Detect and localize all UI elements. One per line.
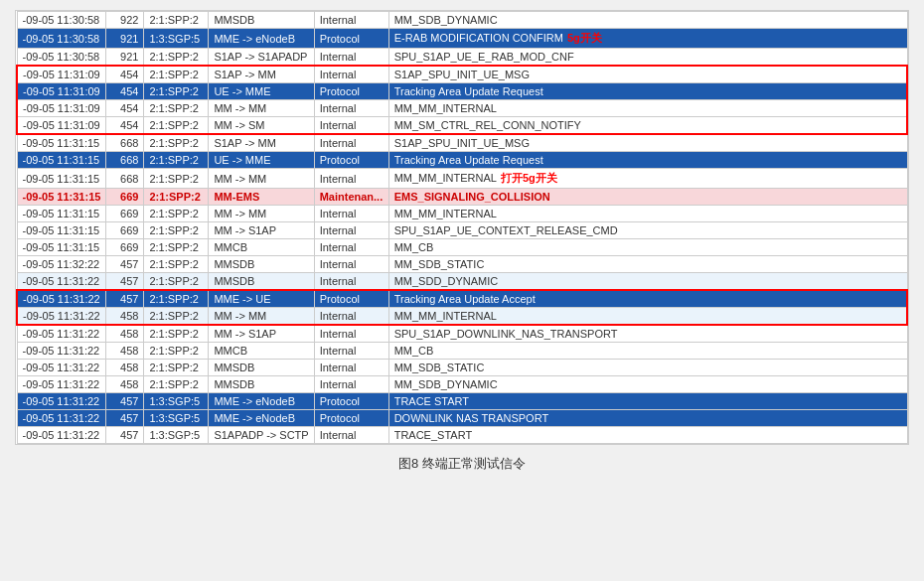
table-row[interactable]: -09-05 11:31:224582:1:SPP:2MMCBInternalM… xyxy=(17,343,907,360)
table-row[interactable]: -09-05 11:31:094542:1:SPP:2MM -> SMInter… xyxy=(17,117,907,135)
table-row[interactable]: -09-05 11:31:156682:1:SPP:2S1AP -> MMInt… xyxy=(17,134,907,152)
table-row[interactable]: -09-05 11:31:156692:1:SPP:2MM -> S1APInt… xyxy=(17,222,907,239)
table-row[interactable]: -09-05 11:30:589222:1:SPP:2MMSDBInternal… xyxy=(17,12,907,29)
table-row[interactable]: -09-05 11:32:224572:1:SPP:2MMSDBInternal… xyxy=(17,256,907,273)
table-row[interactable]: -09-05 11:31:224572:1:SPP:2MMSDBInternal… xyxy=(17,273,907,291)
figure-caption: 图8 终端正常测试信令 xyxy=(398,455,526,473)
table-row[interactable]: -09-05 11:31:156692:1:SPP:2MM -> MMInter… xyxy=(17,206,907,222)
table-row[interactable]: -09-05 11:31:094542:1:SPP:2S1AP -> MMInt… xyxy=(17,66,907,83)
table-row[interactable]: -09-05 11:31:156682:1:SPP:2UE -> MMEProt… xyxy=(17,152,907,169)
table-row[interactable]: -09-05 11:31:224582:1:SPP:2MMSDBInternal… xyxy=(17,376,907,393)
table-row[interactable]: -09-05 11:31:094542:1:SPP:2UE -> MMEProt… xyxy=(17,83,907,100)
table-row[interactable]: -09-05 11:31:224582:1:SPP:2MMSDBInternal… xyxy=(17,360,907,376)
table-row[interactable]: -09-05 11:31:224571:3:SGP:5MME -> eNodeB… xyxy=(17,410,907,427)
table-row[interactable]: -09-05 11:31:224571:3:SGP:5S1APADP -> SC… xyxy=(17,427,907,444)
signal-table: -09-05 11:30:589222:1:SPP:2MMSDBInternal… xyxy=(15,10,909,445)
table-row[interactable]: -09-05 11:30:589211:3:SGP:5MME -> eNodeB… xyxy=(17,29,907,49)
table-row[interactable]: -09-05 11:31:224571:3:SGP:5MME -> eNodeB… xyxy=(17,393,907,410)
table-row[interactable]: -09-05 11:30:589212:1:SPP:2S1AP -> S1APA… xyxy=(17,49,907,67)
table-row[interactable]: -09-05 11:31:156682:1:SPP:2MM -> MMInter… xyxy=(17,169,907,189)
table-row[interactable]: -09-05 11:31:224582:1:SPP:2MM -> MMInter… xyxy=(17,308,907,326)
table-row[interactable]: -09-05 11:31:224582:1:SPP:2MM -> S1APInt… xyxy=(17,325,907,343)
annotation: 5g开关 xyxy=(567,32,602,44)
table-row[interactable]: -09-05 11:31:224572:1:SPP:2MME -> UEProt… xyxy=(17,290,907,308)
annotation: 打开5g开关 xyxy=(501,172,557,184)
table-row[interactable]: -09-05 11:31:156692:1:SPP:2MMCBInternalM… xyxy=(17,239,907,256)
table-row[interactable]: -09-05 11:31:156692:1:SPP:2MM-EMSMainten… xyxy=(17,189,907,206)
table-row[interactable]: -09-05 11:31:094542:1:SPP:2MM -> MMInter… xyxy=(17,100,907,117)
